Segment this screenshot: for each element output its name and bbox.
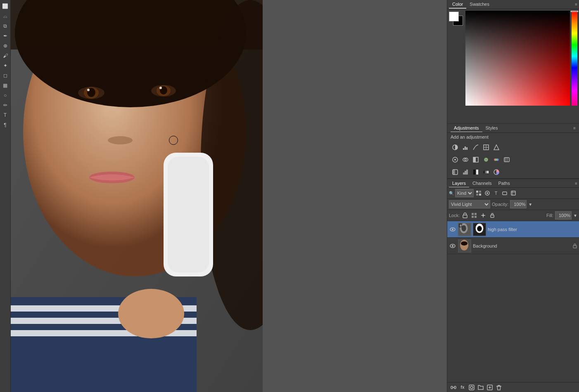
opacity-input[interactable]: 100%	[510, 200, 527, 208]
svg-rect-26	[463, 148, 464, 150]
color-lookup-icon[interactable]	[502, 155, 511, 164]
layer-visibility-high-pass[interactable]	[449, 226, 456, 233]
new-group-button[interactable]	[477, 384, 484, 391]
shape-filter-icon[interactable]	[501, 189, 508, 197]
delete-layer-button[interactable]	[495, 384, 503, 391]
svg-point-43	[495, 158, 498, 161]
lock-pixels-icon[interactable]	[461, 212, 469, 219]
svg-point-86	[461, 241, 467, 246]
color-balance-icon[interactable]	[461, 155, 470, 164]
fill-input[interactable]: 100%	[555, 211, 572, 220]
black-white-icon[interactable]	[471, 155, 480, 164]
layer-lock-icon	[572, 243, 577, 249]
pixel-filter-icon[interactable]	[475, 189, 482, 197]
clone-stamp-tool[interactable]: ✦	[1, 61, 10, 70]
vibrance-icon[interactable]	[492, 143, 501, 152]
svg-point-81	[477, 226, 482, 231]
type-tool[interactable]: T	[1, 111, 10, 120]
lasso-tool[interactable]: ⌓	[1, 12, 10, 21]
opacity-label: Opacity:	[492, 202, 508, 207]
kind-select[interactable]: Kind	[455, 189, 474, 197]
invert-icon[interactable]: I	[451, 168, 460, 177]
opacity-arrow[interactable]: ▼	[528, 202, 532, 207]
path-selection-tool[interactable]: ¶	[1, 120, 10, 130]
adjustments-header: Adjustments Styles ≡	[447, 124, 579, 133]
svg-rect-88	[451, 386, 453, 389]
tab-swatches[interactable]: Swatches	[466, 0, 493, 9]
svg-rect-52	[484, 171, 489, 173]
channel-mixer-icon[interactable]	[492, 155, 501, 164]
svg-rect-60	[503, 192, 507, 195]
spectrum-bar[interactable]	[572, 11, 577, 106]
fill-label: Fill:	[546, 213, 553, 218]
tab-adjustments[interactable]: Adjustments	[451, 124, 482, 132]
svg-point-91	[470, 386, 473, 389]
svg-rect-28	[466, 147, 467, 150]
tab-layers[interactable]: Layers	[449, 179, 469, 187]
gradient-tool[interactable]: ▦	[1, 81, 10, 90]
rectangular-marquee-tool[interactable]: ⬜	[1, 2, 10, 11]
color-swatch-box	[449, 11, 464, 122]
new-layer-button[interactable]	[486, 384, 494, 391]
svg-rect-65	[472, 213, 474, 215]
adjustments-panel-menu[interactable]: ≡	[573, 126, 576, 130]
tab-paths[interactable]: Paths	[495, 179, 513, 187]
svg-rect-44	[504, 158, 509, 162]
type-filter-icon[interactable]: T	[492, 189, 500, 197]
layer-row-background[interactable]: Background	[447, 238, 579, 254]
lock-image-icon[interactable]	[470, 212, 478, 219]
lock-all-icon[interactable]	[489, 212, 496, 219]
lock-position-icon[interactable]	[479, 212, 487, 219]
brightness-contrast-icon[interactable]	[451, 143, 460, 152]
crop-tool[interactable]: ⧉	[1, 21, 10, 31]
tab-channels[interactable]: Channels	[469, 179, 495, 187]
layers-blend-row: Vivid Light Opacity: 100% ▼	[447, 199, 579, 210]
fill-arrow[interactable]: ▼	[573, 213, 577, 218]
adjustment-icons-row2	[447, 153, 579, 166]
adj-filter-icon[interactable]	[484, 189, 491, 197]
filter-icon: 🔍	[449, 191, 454, 196]
eraser-tool[interactable]: ◻	[1, 71, 10, 80]
svg-point-74	[452, 229, 453, 230]
svg-rect-51	[476, 170, 478, 175]
color-panel-tabs: Color Swatches ≡	[447, 0, 579, 9]
smartobj-filter-icon[interactable]	[510, 189, 517, 197]
svg-rect-72	[491, 215, 494, 217]
curves-icon[interactable]	[471, 143, 480, 152]
svg-rect-66	[475, 213, 477, 215]
canvas-image	[11, 0, 263, 392]
color-gradient-field[interactable]	[465, 11, 570, 106]
levels-icon[interactable]	[461, 143, 470, 152]
layer-visibility-background[interactable]	[449, 242, 456, 250]
add-mask-button[interactable]	[468, 384, 475, 391]
pen-tool[interactable]: ✏	[1, 101, 10, 110]
color-panel-menu[interactable]: ≡	[575, 2, 577, 7]
layers-panel-menu[interactable]: ≡	[575, 181, 577, 186]
selective-color-icon[interactable]	[492, 168, 501, 177]
posterize-icon[interactable]	[461, 168, 470, 177]
threshold-icon[interactable]	[471, 168, 480, 177]
svg-rect-54	[476, 191, 478, 193]
layer-fx-button[interactable]: fx	[459, 384, 466, 391]
brush-tool[interactable]: 🖌	[1, 51, 10, 60]
photo-filter-icon[interactable]	[482, 155, 491, 164]
dodge-tool[interactable]: ○	[1, 91, 10, 100]
foreground-swatch[interactable]	[449, 12, 459, 21]
tab-color[interactable]: Color	[449, 0, 466, 9]
exposure-icon[interactable]	[482, 143, 491, 152]
gradient-map-icon[interactable]	[482, 168, 491, 177]
adjustment-icons-row1	[447, 141, 579, 153]
hue-saturation-icon[interactable]	[451, 155, 460, 164]
svg-point-83	[452, 245, 453, 247]
adjustments-panel: Adjustments Styles ≡ Add an adjustment	[447, 124, 579, 179]
tab-styles[interactable]: Styles	[482, 124, 501, 132]
layer-row-high-pass[interactable]: 8 high pass filter	[447, 221, 579, 238]
svg-point-34	[454, 159, 456, 161]
healing-brush-tool[interactable]: ⊕	[1, 41, 10, 50]
blend-mode-select[interactable]: Vivid Light	[449, 200, 490, 208]
spectrum-indicator	[571, 11, 578, 12]
tools-sidebar: ⬜ ⌓ ⧉ ✒ ⊕ 🖌 ✦ ◻ ▦ ○ ✏ T ¶	[0, 0, 11, 392]
eyedropper-tool[interactable]: ✒	[1, 31, 10, 40]
link-layers-button[interactable]	[450, 384, 457, 391]
svg-rect-57	[479, 194, 481, 196]
